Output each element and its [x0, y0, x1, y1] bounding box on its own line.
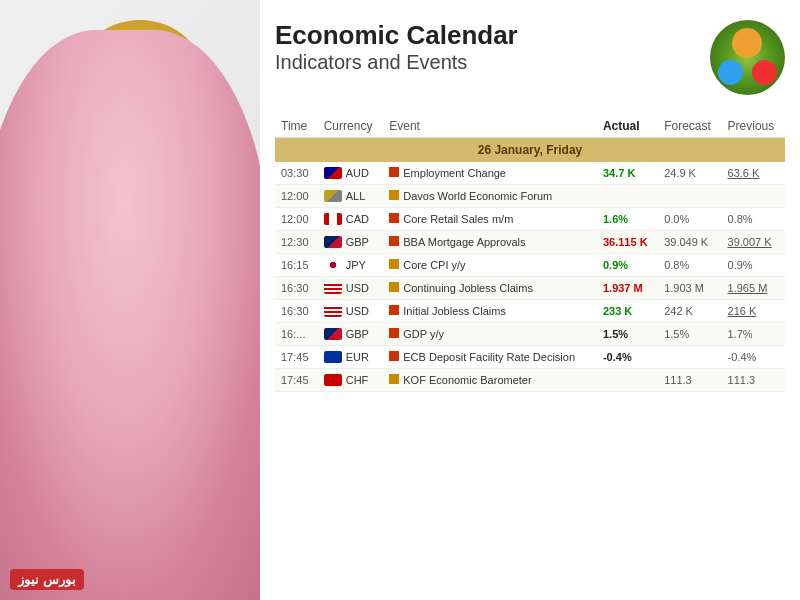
time-cell: 12:30 — [275, 231, 318, 254]
forecast-cell: 39.049 K — [658, 231, 721, 254]
currency-cell: USD — [318, 300, 384, 323]
flag-icon — [324, 259, 342, 271]
forecast-cell: 0.0% — [658, 208, 721, 231]
actual-cell: 34.7 K — [597, 162, 658, 185]
table-row: 16:30USDContinuing Jobless Claims1.937 M… — [275, 277, 785, 300]
flag-icon — [324, 374, 342, 386]
currency-cell: CHF — [318, 369, 384, 392]
flag-icon — [324, 328, 342, 340]
table-row: 12:30GBPBBA Mortgage Approvals36.115 K39… — [275, 231, 785, 254]
currency-cell: GBP — [318, 323, 384, 346]
indicator-icon — [389, 351, 399, 361]
logo-inner-circle — [752, 60, 777, 85]
date-label: 26 January, Friday — [275, 138, 785, 163]
woman-background — [0, 0, 270, 600]
event-cell: Continuing Jobless Claims — [383, 277, 597, 300]
sub-title: Indicators and Events — [275, 51, 518, 74]
previous-cell: 1.7% — [722, 323, 785, 346]
indicator-icon — [389, 328, 399, 338]
currency-text: GBP — [346, 236, 369, 248]
actual-cell: 233 K — [597, 300, 658, 323]
forecast-cell: 1.903 M — [658, 277, 721, 300]
flag-icon — [324, 190, 342, 202]
previous-cell: 1.965 M — [722, 277, 785, 300]
col-event: Event — [383, 115, 597, 138]
previous-cell: 216 K — [722, 300, 785, 323]
event-cell: Core Retail Sales m/m — [383, 208, 597, 231]
indicator-icon — [389, 213, 399, 223]
forecast-cell: 242 K — [658, 300, 721, 323]
previous-cell: -0.4% — [722, 346, 785, 369]
actual-cell: 0.9% — [597, 254, 658, 277]
indicator-icon — [389, 259, 399, 269]
time-cell: 17:45 — [275, 369, 318, 392]
col-forecast: Forecast — [658, 115, 721, 138]
forecast-cell — [658, 185, 721, 208]
event-cell: BBA Mortgage Approvals — [383, 231, 597, 254]
table-row: 03:30AUDEmployment Change34.7 K24.9 K63.… — [275, 162, 785, 185]
indicator-icon — [389, 190, 399, 200]
time-cell: 12:00 — [275, 208, 318, 231]
col-previous: Previous — [722, 115, 785, 138]
time-cell: 12:00 — [275, 185, 318, 208]
flag-icon — [324, 351, 342, 363]
actual-cell: 36.115 K — [597, 231, 658, 254]
currency-text: EUR — [346, 351, 369, 363]
currency-cell: CAD — [318, 208, 384, 231]
forecast-cell: 1.5% — [658, 323, 721, 346]
currency-text: GBP — [346, 328, 369, 340]
time-cell: 03:30 — [275, 162, 318, 185]
indicator-icon — [389, 282, 399, 292]
forecast-cell — [658, 346, 721, 369]
actual-cell — [597, 185, 658, 208]
event-cell: Employment Change — [383, 162, 597, 185]
col-actual: Actual — [597, 115, 658, 138]
currency-cell: GBP — [318, 231, 384, 254]
bottom-logo: بورس نیوز — [10, 569, 84, 590]
currency-text: CAD — [346, 213, 369, 225]
time-cell: 16:... — [275, 323, 318, 346]
table-row: 12:00CADCore Retail Sales m/m1.6%0.0%0.8… — [275, 208, 785, 231]
flag-icon — [324, 213, 342, 225]
time-cell: 16:30 — [275, 300, 318, 323]
currency-cell: JPY — [318, 254, 384, 277]
actual-cell — [597, 369, 658, 392]
content-area: Economic Calendar Indicators and Events … — [260, 0, 800, 600]
currency-cell: EUR — [318, 346, 384, 369]
flag-icon — [324, 282, 342, 294]
actual-cell: -0.4% — [597, 346, 658, 369]
forecast-cell: 111.3 — [658, 369, 721, 392]
previous-cell: 111.3 — [722, 369, 785, 392]
currency-text: AUD — [346, 167, 369, 179]
time-cell: 16:30 — [275, 277, 318, 300]
currency-text: ALL — [346, 190, 366, 202]
header: Economic Calendar Indicators and Events — [275, 20, 785, 95]
table-row: 16:15JPYCore CPI y/y0.9%0.8%0.9% — [275, 254, 785, 277]
actual-cell: 1.5% — [597, 323, 658, 346]
event-cell: ECB Deposit Facility Rate Decision — [383, 346, 597, 369]
forecast-cell: 24.9 K — [658, 162, 721, 185]
currency-cell: USD — [318, 277, 384, 300]
indicator-icon — [389, 236, 399, 246]
indicator-icon — [389, 167, 399, 177]
indicator-icon — [389, 305, 399, 315]
table-row: 17:45EURECB Deposit Facility Rate Decisi… — [275, 346, 785, 369]
col-currency: Currency — [318, 115, 384, 138]
economic-calendar-table: Time Currency Event Actual Forecast Prev… — [275, 115, 785, 392]
previous-cell — [722, 185, 785, 208]
forecast-cell: 0.8% — [658, 254, 721, 277]
main-title: Economic Calendar — [275, 20, 518, 51]
currency-cell: ALL — [318, 185, 384, 208]
time-cell: 17:45 — [275, 346, 318, 369]
previous-cell: 63.6 K — [722, 162, 785, 185]
table-row: 12:00ALLDavos World Economic Forum — [275, 185, 785, 208]
table-row: 16:30USDInitial Jobless Claims233 K242 K… — [275, 300, 785, 323]
site-logo — [710, 20, 785, 95]
header-title: Economic Calendar Indicators and Events — [275, 20, 518, 74]
currency-text: USD — [346, 305, 369, 317]
time-cell: 16:15 — [275, 254, 318, 277]
flag-icon — [324, 305, 342, 317]
currency-text: JPY — [346, 259, 366, 271]
actual-cell: 1.937 M — [597, 277, 658, 300]
woman-body — [0, 30, 270, 600]
